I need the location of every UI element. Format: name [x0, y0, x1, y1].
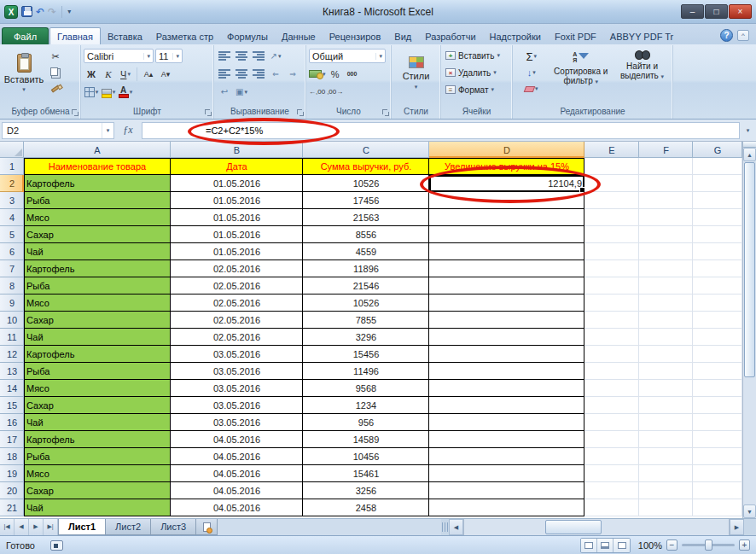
row-header-4[interactable]: 4 — [0, 209, 24, 226]
row-header-14[interactable]: 14 — [0, 380, 24, 397]
font-family-combo[interactable]: Calibri▾ — [84, 49, 154, 63]
column-header-F[interactable]: F — [639, 142, 693, 158]
cell-D19[interactable] — [429, 465, 584, 482]
cell-A2[interactable]: Картофель — [24, 175, 171, 192]
vertical-scroll-track[interactable] — [743, 378, 756, 504]
delete-cells-dropdown-icon[interactable]: ▾ — [493, 69, 497, 76]
paste-button[interactable]: Вставить ▾ — [3, 47, 44, 100]
percent-format-button[interactable]: % — [328, 67, 343, 82]
cell-B1[interactable]: Дата — [171, 158, 303, 175]
row-header-17[interactable]: 17 — [0, 431, 24, 448]
insert-cells-dropdown-icon[interactable]: ▾ — [497, 52, 500, 59]
cell-F2[interactable] — [639, 175, 693, 192]
cell-G14[interactable] — [693, 380, 742, 397]
number-dialog-launcher[interactable] — [382, 109, 389, 116]
cell-F3[interactable] — [639, 192, 693, 209]
cell-F1[interactable] — [639, 158, 693, 175]
cell-E16[interactable] — [584, 414, 639, 431]
cell-D2[interactable]: 12104,9 — [429, 175, 584, 192]
cell-G16[interactable] — [693, 414, 742, 431]
ribbon-tab-Данные[interactable]: Данные — [275, 28, 323, 44]
cell-B18[interactable]: 04.05.2016 — [171, 448, 303, 465]
cell-F8[interactable] — [639, 277, 693, 294]
row-header-6[interactable]: 6 — [0, 243, 24, 260]
grow-font-button[interactable]: А▴ — [141, 67, 156, 82]
scroll-left-icon[interactable]: ◀ — [449, 519, 463, 535]
orientation-dropdown-icon[interactable]: ▾ — [278, 53, 282, 60]
cell-C19[interactable]: 15461 — [303, 465, 429, 482]
cell-B15[interactable]: 03.05.2016 — [171, 397, 303, 414]
font-color-button[interactable]: А▾ — [118, 85, 133, 100]
cell-E7[interactable] — [584, 260, 639, 277]
cell-B17[interactable]: 04.05.2016 — [171, 431, 303, 448]
vertical-scrollbar[interactable]: ▲ ▼ — [742, 142, 756, 518]
cell-A20[interactable]: Сахар — [24, 482, 171, 499]
row-header-18[interactable]: 18 — [0, 448, 24, 465]
cell-E15[interactable] — [584, 397, 639, 414]
row-header-10[interactable]: 10 — [0, 312, 24, 329]
cell-F15[interactable] — [639, 397, 693, 414]
borders-dropdown-icon[interactable]: ▾ — [96, 89, 99, 96]
cell-B10[interactable]: 02.05.2016 — [171, 312, 303, 329]
cell-C20[interactable]: 3256 — [303, 482, 429, 499]
column-header-C[interactable]: C — [303, 142, 429, 158]
cell-D18[interactable] — [429, 448, 584, 465]
cell-E6[interactable] — [584, 243, 639, 260]
ribbon-tab-Вид[interactable]: Вид — [387, 28, 418, 44]
cell-B11[interactable]: 02.05.2016 — [171, 329, 303, 346]
row-header-9[interactable]: 9 — [0, 294, 24, 312]
ribbon-tab-Формулы[interactable]: Формулы — [220, 28, 275, 44]
cell-B12[interactable]: 03.05.2016 — [171, 346, 303, 363]
alignment-dialog-launcher[interactable] — [297, 109, 304, 116]
align-center-button[interactable] — [234, 67, 249, 82]
row-header-3[interactable]: 3 — [0, 192, 24, 209]
ribbon-tab-Рецензиров[interactable]: Рецензиров — [323, 28, 388, 44]
vertical-scroll-thumb[interactable] — [744, 162, 755, 377]
cell-C10[interactable]: 7855 — [303, 312, 429, 329]
cell-E18[interactable] — [584, 448, 639, 465]
row-header-2[interactable]: 2 — [0, 175, 24, 192]
cell-A18[interactable]: Рыба — [24, 448, 171, 465]
fill-dropdown-icon[interactable]: ▾ — [532, 69, 536, 76]
cell-F12[interactable] — [639, 346, 693, 363]
cell-C15[interactable]: 1234 — [303, 397, 429, 414]
name-box-dropdown-icon[interactable]: ▾ — [102, 123, 113, 138]
zoom-level[interactable]: 100% — [635, 540, 662, 551]
sheet-tab-Лист3[interactable]: Лист3 — [150, 519, 196, 535]
underline-dropdown-icon[interactable]: ▾ — [127, 71, 131, 78]
cell-D12[interactable] — [429, 346, 584, 363]
save-icon[interactable] — [21, 6, 32, 17]
row-header-12[interactable]: 12 — [0, 346, 24, 363]
cell-G7[interactable] — [693, 260, 742, 277]
clear-button[interactable]: ▾ — [515, 81, 547, 96]
font-size-dropdown-icon[interactable]: ▾ — [172, 53, 179, 60]
cell-A7[interactable]: Картофель — [24, 260, 171, 277]
scroll-up-icon[interactable]: ▲ — [743, 148, 756, 161]
column-header-E[interactable]: E — [584, 142, 639, 158]
cell-A1[interactable]: Наименование товара — [24, 158, 171, 175]
autosum-button[interactable]: Σ▾ — [515, 49, 547, 64]
cell-D11[interactable] — [429, 329, 584, 346]
column-header-G[interactable]: G — [693, 142, 742, 158]
sheet-tab-Лист2[interactable]: Лист2 — [105, 519, 151, 535]
cell-G21[interactable] — [693, 499, 742, 516]
borders-button[interactable]: ▾ — [84, 85, 99, 100]
cell-E11[interactable] — [584, 329, 639, 346]
cell-C16[interactable]: 956 — [303, 414, 429, 431]
align-right-button[interactable] — [251, 67, 266, 82]
align-middle-button[interactable] — [234, 49, 249, 64]
name-box[interactable]: D2 ▾ — [2, 122, 114, 139]
underline-button[interactable]: Ч▾ — [118, 67, 133, 82]
fill-button[interactable]: ↓▾ — [515, 65, 547, 80]
cell-F10[interactable] — [639, 312, 693, 329]
cell-G6[interactable] — [693, 243, 742, 260]
maximize-button[interactable]: □ — [705, 4, 728, 19]
cell-G13[interactable] — [693, 363, 742, 380]
cell-F11[interactable] — [639, 329, 693, 346]
cell-C6[interactable]: 4559 — [303, 243, 429, 260]
page-layout-view-button[interactable] — [597, 539, 614, 552]
cell-C1[interactable]: Сумма выручки, руб. — [303, 158, 429, 175]
cell-C5[interactable]: 8556 — [303, 226, 429, 243]
cell-F7[interactable] — [639, 260, 693, 277]
currency-format-button[interactable]: ▾ — [309, 67, 326, 82]
